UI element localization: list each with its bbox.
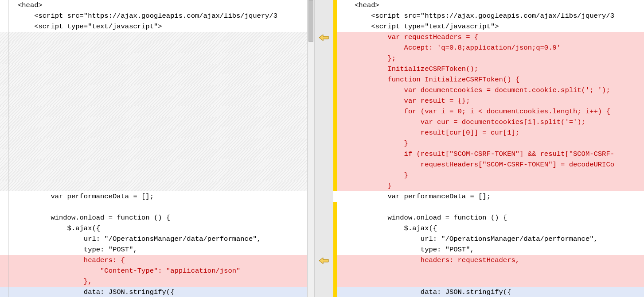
right-code-line[interactable]: <script src="https://ajax.googleapis.com… [337, 11, 644, 21]
left-code-line[interactable] [0, 85, 307, 96]
fold-gutter [337, 170, 355, 181]
right-code-line[interactable]: function InitializeCSRFToken() { [337, 74, 644, 85]
left-code-line[interactable] [0, 117, 307, 127]
merge-left-arrow-icon[interactable] [319, 257, 329, 264]
left-code-line[interactable] [0, 106, 307, 117]
code-text: result[cur[0]] = cur[1]; [355, 129, 519, 137]
left-code-line[interactable]: url: "/OperationsManager/data/performanc… [0, 234, 307, 244]
right-code-line[interactable]: Accept: 'q=0.8;application/json;q=0.9' [337, 42, 644, 53]
left-code-line[interactable] [0, 127, 307, 138]
right-pane[interactable]: <head> <script src="https://ajax.googlea… [337, 0, 644, 297]
left-code-line[interactable] [0, 32, 307, 42]
fold-gutter [337, 244, 355, 255]
fold-gutter [0, 21, 18, 32]
right-code-line[interactable]: var requestHeaders = { [337, 32, 644, 42]
fold-gutter [0, 117, 18, 127]
left-code-line[interactable]: $.ajax({ [0, 223, 307, 234]
left-code-line[interactable]: data: JSON.stringify({ [0, 287, 307, 297]
left-code-line[interactable]: headers: { [0, 255, 307, 266]
right-code-line[interactable]: var result = {}; [337, 96, 644, 106]
right-code-line[interactable]: $.ajax({ [337, 223, 644, 234]
right-code-line[interactable]: var documentcookies = document.cookie.sp… [337, 85, 644, 96]
code-text: Accept: 'q=0.8;application/json;q=0.9' [355, 44, 561, 52]
right-code-line[interactable]: var performanceData = []; [337, 191, 644, 202]
left-code-line[interactable] [0, 202, 307, 212]
right-code-line[interactable]: result[cur[0]] = cur[1]; [337, 127, 644, 138]
code-text: data: JSON.stringify({ [18, 288, 174, 296]
left-code-line[interactable] [0, 96, 307, 106]
fold-gutter [337, 74, 355, 85]
right-code-line[interactable]: <head> [337, 0, 644, 11]
fold-gutter [0, 266, 18, 276]
left-code-line[interactable] [0, 138, 307, 149]
right-code-line[interactable]: } [337, 181, 644, 191]
right-code-line[interactable]: <script type="text/javascript"> [337, 21, 644, 32]
left-code-line[interactable] [0, 149, 307, 159]
fold-gutter [0, 85, 18, 96]
fold-gutter [337, 21, 355, 32]
code-text: }; [355, 54, 396, 62]
ruler-mark [333, 191, 337, 202]
right-code-line[interactable] [337, 202, 644, 212]
fold-gutter [0, 276, 18, 287]
left-code-line[interactable] [0, 170, 307, 181]
fold-gutter [0, 106, 18, 117]
left-code-line[interactable] [0, 53, 307, 64]
fold-gutter [0, 202, 18, 212]
fold-gutter [337, 234, 355, 244]
left-code-line[interactable] [0, 74, 307, 85]
fold-gutter [0, 255, 18, 266]
left-code-line[interactable] [0, 42, 307, 53]
left-code-line[interactable]: window.onload = function () { [0, 212, 307, 223]
fold-gutter [337, 106, 355, 117]
left-code-line[interactable]: "Content-Type": "application/json" [0, 266, 307, 276]
right-code-line[interactable]: InitializeCSRFToken(); [337, 64, 644, 74]
merge-left-arrow-icon[interactable] [319, 34, 329, 41]
code-text: <script type="text/javascript"> [355, 23, 499, 31]
right-code-line[interactable]: if (result["SCOM-CSRF-TOKEN"] && result[… [337, 149, 644, 159]
right-code-line[interactable]: for (var i = 0; i < documentcookies.leng… [337, 106, 644, 117]
fold-gutter [0, 32, 18, 42]
left-scrollbar[interactable] [307, 0, 315, 297]
left-code-line[interactable]: <head> [0, 0, 307, 11]
left-code-line[interactable]: <script type="text/javascript"> [0, 21, 307, 32]
code-text: <head> [355, 1, 379, 9]
code-text: InitializeCSRFToken(); [355, 65, 478, 73]
right-code-line[interactable]: } [337, 170, 644, 181]
code-text: <script src="https://ajax.googleapis.com… [355, 12, 614, 20]
left-code-line[interactable] [0, 64, 307, 74]
scroll-thumb[interactable] [308, 0, 313, 42]
overview-ruler[interactable] [333, 0, 337, 297]
right-code-line[interactable]: data: JSON.stringify({ [337, 287, 644, 297]
code-text: var requestHeaders = { [355, 33, 478, 41]
fold-gutter [0, 244, 18, 255]
left-pane[interactable]: <head> <script src="https://ajax.googlea… [0, 0, 307, 297]
left-code-line[interactable] [0, 159, 307, 170]
left-code-line[interactable]: type: "POST", [0, 244, 307, 255]
right-code-line[interactable]: window.onload = function () { [337, 212, 644, 223]
code-text: window.onload = function () { [18, 214, 170, 222]
fold-gutter [0, 181, 18, 191]
right-code-line[interactable]: headers: requestHeaders, [337, 255, 644, 266]
left-code-line[interactable]: }, [0, 276, 307, 287]
right-code-line[interactable] [337, 276, 644, 287]
fold-gutter [0, 42, 18, 53]
right-code-line[interactable] [337, 266, 644, 276]
right-code-line[interactable]: } [337, 138, 644, 149]
fold-gutter [337, 223, 355, 234]
right-code-line[interactable]: }; [337, 53, 644, 64]
code-text: url: "/OperationsManager/data/performanc… [18, 235, 261, 243]
right-code-line[interactable]: type: "POST", [337, 244, 644, 255]
left-code-line[interactable] [0, 181, 307, 191]
right-code-line[interactable]: url: "/OperationsManager/data/performanc… [337, 234, 644, 244]
right-code-line[interactable]: var cur = documentcookies[i].split('='); [337, 117, 644, 127]
right-code-line[interactable]: requestHeaders["SCOM-CSRF-TOKEN"] = deco… [337, 159, 644, 170]
left-code-line[interactable]: var performanceData = []; [0, 191, 307, 202]
left-code-line[interactable]: <script src="https://ajax.googleapis.com… [0, 11, 307, 21]
code-text: } [355, 171, 408, 179]
code-text: if (result["SCOM-CSRF-TOKEN"] && result[… [355, 150, 614, 158]
fold-gutter [337, 53, 355, 64]
code-text: window.onload = function () { [355, 214, 507, 222]
fold-gutter [337, 138, 355, 149]
code-text: type: "POST", [18, 246, 137, 254]
